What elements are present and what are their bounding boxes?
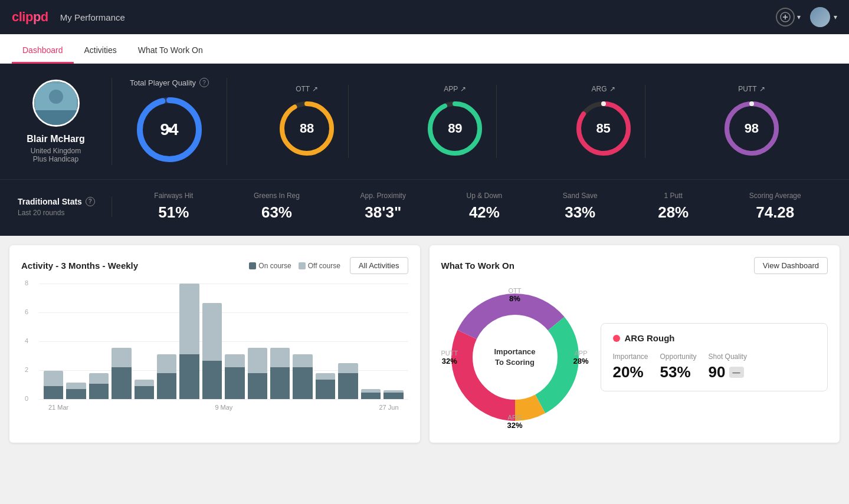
bar-off-course xyxy=(89,373,109,383)
bar-stack xyxy=(89,373,109,399)
player-handicap: Plus Handicap xyxy=(33,155,78,163)
fairways-hit-value: 51% xyxy=(158,203,189,222)
arg-ring: 85 xyxy=(574,99,633,158)
y-label-8: 8 xyxy=(25,279,28,286)
up-and-down-value: 42% xyxy=(469,203,500,222)
1-putt-value: 28% xyxy=(658,203,689,222)
bar-group xyxy=(270,284,290,399)
bar-group xyxy=(383,284,403,399)
bar-off-course xyxy=(66,383,86,389)
quality-scores: Total Player Quality ? 94 OTT ↗ xyxy=(112,78,831,165)
work-on-card-header: What To Work On View Dashboard xyxy=(441,257,828,274)
bar-on-course xyxy=(338,373,358,399)
player-avatar xyxy=(32,80,80,127)
bar-group xyxy=(135,284,154,399)
activity-card: Activity - 3 Months - Weekly On course O… xyxy=(9,245,420,443)
bar-on-course xyxy=(44,386,63,399)
sand-save-label: Sand Save xyxy=(563,192,598,200)
trad-stats-subtitle: Last 20 rounds xyxy=(18,209,100,217)
arg-opportunity-value: 53% xyxy=(660,363,697,381)
fairways-hit-label: Fairways Hit xyxy=(154,192,193,200)
bar-group xyxy=(112,284,131,399)
off-course-dot xyxy=(299,262,306,269)
score-item-app: APP ↗ 89 xyxy=(414,85,497,158)
putt-value: 98 xyxy=(745,121,759,136)
app-value: 89 xyxy=(448,121,462,136)
donut-center-text: Importance To Scoring xyxy=(494,347,535,368)
app-arrow-icon: ↗ xyxy=(460,85,466,93)
arg-opportunity-label: Opportunity xyxy=(660,353,697,361)
add-icon[interactable] xyxy=(776,8,795,27)
arg-opportunity-stat: Opportunity 53% xyxy=(660,353,697,381)
arg-rough-dot xyxy=(613,335,620,342)
bar-off-course xyxy=(225,354,244,367)
up-and-down-label: Up & Down xyxy=(467,192,503,200)
score-items: OTT ↗ 88 APP ↗ xyxy=(227,85,831,158)
bar-group xyxy=(248,284,267,399)
bar-group xyxy=(293,284,312,399)
stat-scoring-average: Scoring Average 74.28 xyxy=(749,192,801,222)
app-proximity-label: App. Proximity xyxy=(360,192,406,200)
add-button-wrap[interactable]: ▾ xyxy=(776,8,801,27)
arg-shot-quality-value: 90 — xyxy=(709,363,747,381)
legend-on-course: On course xyxy=(249,262,291,270)
y-label-4: 4 xyxy=(25,337,28,344)
bar-on-course xyxy=(112,367,131,399)
view-dashboard-button[interactable]: View Dashboard xyxy=(754,257,828,274)
svg-point-19 xyxy=(749,101,754,106)
y-label-0: 0 xyxy=(25,395,28,402)
player-info: Blair McHarg United Kingdom Plus Handica… xyxy=(18,78,112,165)
score-item-putt: PUTT ↗ 98 xyxy=(710,85,793,158)
activity-chart-title: Activity - 3 Months - Weekly xyxy=(21,261,138,271)
arg-arrow-icon: ↗ xyxy=(609,85,615,93)
quality-label: Total Player Quality ? xyxy=(130,78,209,87)
donut-label-arg: ARG 32% xyxy=(507,414,522,430)
x-labels: 21 Mar 9 May 27 Jun xyxy=(39,404,408,411)
greens-in-reg-value: 63% xyxy=(261,203,292,222)
bar-stack xyxy=(383,390,403,399)
bars-container xyxy=(39,284,408,399)
activity-legend-wrap: On course Off course All Activities xyxy=(249,257,408,274)
all-activities-button[interactable]: All Activities xyxy=(350,257,408,274)
traditional-stats: Traditional Stats ? Last 20 rounds Fairw… xyxy=(0,179,849,236)
arg-value: 85 xyxy=(596,121,610,136)
quality-info-icon[interactable]: ? xyxy=(199,78,209,87)
svg-rect-6 xyxy=(35,110,77,125)
app-label: APP ↗ xyxy=(444,85,466,93)
tab-what-to-work-on[interactable]: What To Work On xyxy=(127,37,214,64)
bar-group xyxy=(316,284,335,399)
bar-group xyxy=(157,284,176,399)
bar-group xyxy=(44,284,63,399)
ott-ring: 88 xyxy=(277,99,336,158)
bar-stack xyxy=(270,348,290,399)
tab-dashboard[interactable]: Dashboard xyxy=(12,37,74,64)
ott-value: 88 xyxy=(300,121,314,136)
bar-off-course xyxy=(270,348,290,367)
arg-rough-card: ARG Rough Importance 20% Opportunity 53%… xyxy=(601,323,828,391)
bar-stack xyxy=(361,389,381,399)
trad-stats-items: Fairways Hit 51% Greens In Reg 63% App. … xyxy=(112,192,831,222)
arg-importance-label: Importance xyxy=(613,353,648,361)
bar-on-course xyxy=(225,367,244,399)
avatar-image xyxy=(810,7,830,27)
page-title: My Performance xyxy=(60,12,125,22)
bar-group xyxy=(225,284,244,399)
bar-stack xyxy=(316,373,335,399)
arg-importance-value: 20% xyxy=(613,363,648,381)
stats-panel: Blair McHarg United Kingdom Plus Handica… xyxy=(0,64,849,179)
bar-on-course xyxy=(361,393,381,399)
legend-off-course: Off course xyxy=(299,262,340,270)
bar-stack xyxy=(135,380,154,399)
trad-stats-info-icon[interactable]: ? xyxy=(86,197,95,206)
avatar-chevron-icon: ▾ xyxy=(834,13,837,21)
app-logo[interactable]: clippd xyxy=(12,9,48,25)
user-avatar-wrap[interactable]: ▾ xyxy=(810,7,837,27)
bar-off-course xyxy=(202,303,222,361)
scoring-average-label: Scoring Average xyxy=(749,192,801,200)
arg-rough-title: ARG Rough xyxy=(613,333,816,343)
sand-save-value: 33% xyxy=(565,203,595,222)
tab-activities[interactable]: Activities xyxy=(74,37,127,64)
stat-greens-in-reg: Greens In Reg 63% xyxy=(254,192,300,222)
avatar xyxy=(810,7,830,27)
donut-chart: Importance To Scoring OTT 8% APP 28% ARG… xyxy=(441,284,589,431)
